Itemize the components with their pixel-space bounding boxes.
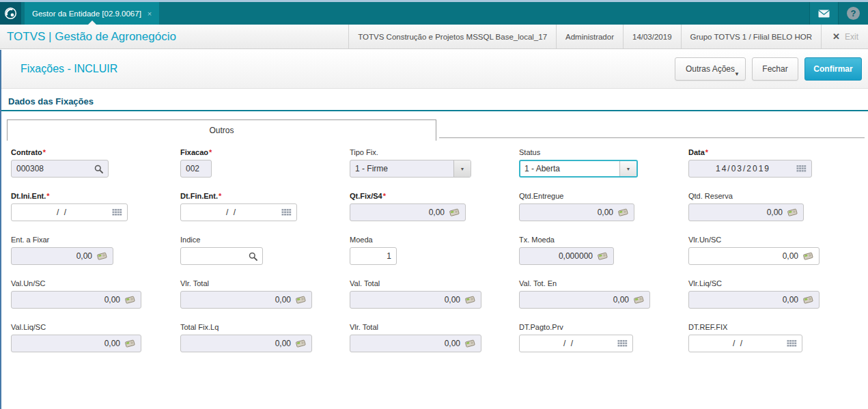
field-input-vlrtotal2[interactable]: 0,00: [350, 335, 481, 352]
calculator-icon[interactable]: [464, 339, 476, 348]
field-value-dtfin: / /: [186, 208, 277, 217]
field-input-totalfixlq[interactable]: 0,00: [180, 335, 312, 352]
search-icon[interactable]: [249, 252, 257, 261]
field-qtdreserva: Qtd. Reserva0,00: [688, 191, 858, 221]
field-label-moeda: Moeda: [350, 235, 519, 244]
field-valunsc: Val.Un/SC0,00: [11, 279, 180, 309]
app-window: Gestor da Entidade [02.9.0067] × ? TOTVS…: [0, 0, 868, 409]
field-input-moeda[interactable]: 1: [350, 247, 397, 265]
field-input-vlrtotal1[interactable]: 0,00: [180, 291, 312, 309]
field-value-entfixar: 0,00: [16, 251, 92, 261]
field-dtpagtoprv: DT.Pagto.Prv/ /: [519, 322, 688, 352]
window-tab-gestor-entidade[interactable]: Gestor da Entidade [02.9.0067] ×: [25, 2, 159, 25]
field-input-dtpagtoprv[interactable]: / /: [519, 335, 633, 352]
chevron-down-icon[interactable]: ▼: [453, 160, 471, 177]
calculator-icon[interactable]: [449, 208, 460, 217]
calculator-icon[interactable]: [787, 208, 798, 217]
field-dtfin: Dt.Fin.Ent.*/ /: [180, 191, 350, 221]
field-input-dtfin[interactable]: / /: [180, 203, 297, 221]
close-button[interactable]: Fechar: [752, 57, 798, 81]
form-grid: Contrato*000308Fixacao*002Tipo Fix.1 - F…: [1, 141, 868, 366]
field-status: Status1 - Aberta▼: [519, 147, 688, 178]
field-value-status: 1 - Aberta: [524, 164, 619, 173]
field-input-valtoten[interactable]: 0,00: [519, 291, 650, 309]
page-title: Fixações - INCLUIR: [20, 63, 117, 75]
field-input-tipofix[interactable]: 1 - Firme▼: [350, 160, 471, 178]
app-header: TOTVS | Gestão de Agronegócio TOTVS Cons…: [0, 25, 868, 49]
calculator-icon[interactable]: [124, 339, 136, 348]
field-value-dtpagtoprv: / /: [524, 339, 613, 348]
tab-outros[interactable]: Outros: [7, 119, 436, 141]
field-input-valtotal[interactable]: 0,00: [350, 291, 481, 309]
field-label-contrato: Contrato*: [11, 147, 180, 157]
calculator-icon[interactable]: [633, 295, 645, 305]
calculator-icon[interactable]: [124, 295, 136, 305]
calculator-icon[interactable]: [295, 339, 307, 348]
totvs-logo: [0, 2, 21, 25]
field-input-txmoeda[interactable]: 0,000000: [519, 247, 614, 265]
field-vlrtotal1: Vlr. Total0,00: [180, 279, 350, 309]
field-input-data[interactable]: 14/03/2019: [688, 160, 812, 178]
calendar-icon[interactable]: [617, 339, 628, 348]
field-input-qtdentregue[interactable]: 0,00: [519, 203, 634, 221]
calculator-icon[interactable]: [464, 295, 476, 305]
calculator-icon[interactable]: [802, 251, 814, 261]
field-input-valunsc[interactable]: 0,00: [11, 291, 141, 309]
calculator-icon[interactable]: [802, 295, 814, 305]
other-actions-button[interactable]: Outras Ações ▼: [675, 57, 746, 81]
confirm-button[interactable]: Confirmar: [804, 57, 862, 81]
field-value-qtdentregue: 0,00: [524, 208, 613, 217]
close-button-label: Fechar: [762, 64, 787, 74]
calculator-icon[interactable]: [295, 295, 307, 305]
field-label-dtini: Dt.Ini.Ent.*: [11, 191, 180, 201]
field-label-fixacao: Fixacao*: [180, 147, 350, 157]
field-fixacao: Fixacao*002: [180, 147, 350, 178]
field-input-dtini[interactable]: / /: [11, 203, 128, 221]
section-divider: [1, 110, 868, 111]
field-input-indice[interactable]: [180, 247, 263, 265]
field-input-status[interactable]: 1 - Aberta▼: [519, 160, 638, 178]
field-input-dtreffix[interactable]: / /: [688, 335, 802, 352]
field-input-qtdreserva[interactable]: 0,00: [688, 203, 804, 221]
calendar-icon[interactable]: [281, 208, 292, 216]
context-item-3: Grupo TOTVS 1 / Filial BELO HOR: [681, 25, 822, 48]
field-label-txmoeda: Tx. Moeda: [519, 235, 688, 244]
calculator-icon[interactable]: [617, 208, 629, 217]
calculator-icon[interactable]: [597, 251, 608, 261]
field-valtotal: Val. Total0,00: [350, 279, 519, 309]
field-label-vlrtotal1: Vlr. Total: [180, 279, 350, 288]
field-valliqsc: Val.Liq/SC0,00: [11, 322, 180, 352]
field-label-status: Status: [519, 147, 688, 157]
calculator-icon[interactable]: [96, 251, 108, 261]
help-button[interactable]: ?: [839, 2, 868, 25]
help-icon: ?: [847, 7, 860, 20]
exit-button[interactable]: ✕Exit: [821, 25, 868, 48]
field-dtreffix: DT.REF.FIX/ /: [688, 322, 858, 352]
field-value-valunsc: 0,00: [16, 295, 120, 305]
mail-button[interactable]: [809, 2, 839, 25]
field-input-entfixar[interactable]: 0,00: [11, 247, 113, 265]
field-input-vlrunsc[interactable]: 0,00: [688, 247, 820, 265]
field-value-valtoten: 0,00: [524, 295, 629, 305]
search-icon[interactable]: [94, 165, 103, 173]
calendar-icon[interactable]: [796, 165, 807, 173]
field-value-dtreffix: / /: [694, 339, 783, 348]
field-totalfixlq: Total Fix.Lq0,00: [180, 322, 350, 352]
calendar-icon[interactable]: [112, 208, 122, 216]
field-input-qtfix[interactable]: 0,00: [350, 203, 466, 221]
field-input-fixacao[interactable]: 002: [180, 160, 212, 178]
field-input-contrato[interactable]: 000308: [11, 160, 109, 178]
titlebar-actions: ?: [809, 2, 868, 25]
field-label-tipofix: Tipo Fix.: [350, 147, 519, 157]
tab-close-icon[interactable]: ×: [148, 10, 152, 18]
field-input-valliqsc[interactable]: 0,00: [11, 335, 141, 352]
field-label-valunsc: Val.Un/SC: [11, 279, 180, 288]
field-label-data: Data*: [688, 147, 858, 157]
calendar-icon[interactable]: [787, 339, 797, 348]
envelope-icon: [818, 10, 830, 18]
field-label-entfixar: Ent. a Fixar: [11, 235, 180, 244]
field-input-vlrliqsc[interactable]: 0,00: [688, 291, 820, 309]
field-label-dtreffix: DT.REF.FIX: [688, 322, 858, 332]
field-value-data: 14/03/2019: [694, 164, 792, 173]
chevron-down-icon[interactable]: ▼: [619, 161, 636, 176]
